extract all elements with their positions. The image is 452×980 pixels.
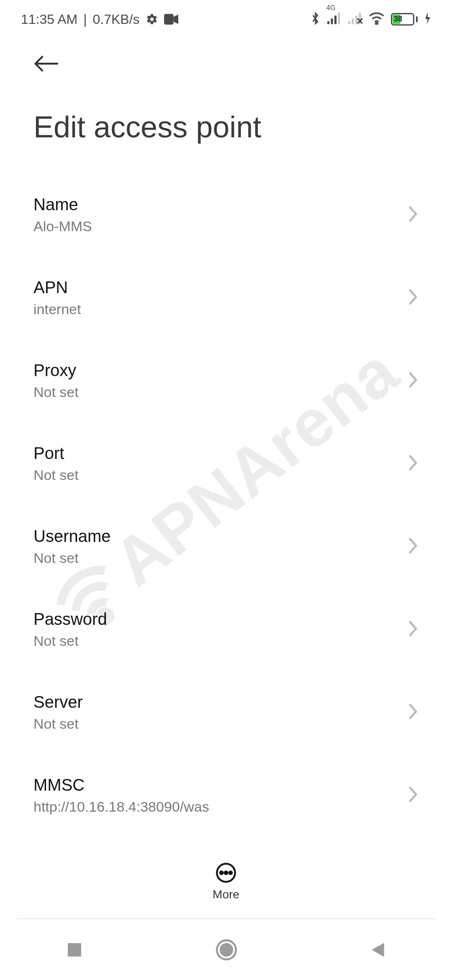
field-label: Name xyxy=(33,195,92,214)
field-row-server[interactable]: ServerNot set xyxy=(33,671,419,754)
field-row-name[interactable]: NameAlo-MMS xyxy=(33,173,419,256)
nav-recent-button[interactable] xyxy=(66,941,83,960)
header: Edit access point xyxy=(0,29,452,144)
more-button[interactable]: More xyxy=(0,850,452,913)
status-speed: 0.7KB/s xyxy=(93,12,140,27)
field-labels: APNinternet xyxy=(33,278,81,317)
status-time: 11:35 AM xyxy=(21,12,77,27)
page-title: Edit access point xyxy=(33,110,419,144)
field-label: APN xyxy=(33,278,81,297)
svg-point-14 xyxy=(220,872,223,874)
field-row-proxy[interactable]: ProxyNot set xyxy=(33,339,419,422)
svg-rect-1 xyxy=(327,21,329,24)
field-labels: UsernameNot set xyxy=(33,527,111,566)
field-labels: ServerNot set xyxy=(33,693,83,732)
svg-rect-6 xyxy=(352,18,354,24)
back-button[interactable] xyxy=(33,50,60,77)
svg-rect-5 xyxy=(348,21,350,24)
field-labels: NameAlo-MMS xyxy=(33,195,92,235)
field-value: internet xyxy=(33,301,81,317)
chevron-right-icon xyxy=(408,703,419,722)
battery-icon: 38 xyxy=(391,13,418,26)
more-label: More xyxy=(213,888,239,901)
field-label: MMSC xyxy=(33,776,209,794)
nav-home-button[interactable] xyxy=(216,939,237,962)
chevron-right-icon xyxy=(408,371,419,390)
settings-list: NameAlo-MMSAPNinternetProxyNot setPortNo… xyxy=(0,173,452,890)
field-label: Username xyxy=(33,527,111,546)
svg-point-16 xyxy=(229,872,232,874)
status-bar-right: 4G 38 xyxy=(311,11,431,27)
svg-rect-4 xyxy=(338,13,340,24)
field-labels: PasswordNot set xyxy=(33,610,107,649)
chevron-right-icon xyxy=(408,620,419,639)
field-labels: PortNot set xyxy=(33,444,79,483)
chevron-right-icon xyxy=(408,288,419,307)
field-row-mmsc[interactable]: MMSChttp://10.16.18.4:38090/was xyxy=(33,754,419,837)
status-bar-left: 11:35 AM | 0.7KB/s xyxy=(21,12,178,27)
field-row-username[interactable]: UsernameNot set xyxy=(33,505,419,588)
signal-2-icon xyxy=(348,13,362,26)
field-row-password[interactable]: PasswordNot set xyxy=(33,588,419,671)
field-value: Not set xyxy=(33,467,79,483)
status-bar: 11:35 AM | 0.7KB/s 4G 38 xyxy=(0,0,452,29)
field-row-port[interactable]: PortNot set xyxy=(33,422,419,505)
field-label: Password xyxy=(33,610,107,629)
charging-icon xyxy=(424,12,431,26)
field-labels: ProxyNot set xyxy=(33,361,79,400)
svg-point-15 xyxy=(225,872,228,874)
field-labels: MMSChttp://10.16.18.4:38090/was xyxy=(33,776,209,815)
chevron-right-icon xyxy=(408,454,419,473)
svg-rect-2 xyxy=(331,18,333,24)
chevron-right-icon xyxy=(408,205,419,224)
svg-point-11 xyxy=(376,23,378,25)
field-value: http://10.16.18.4:38090/was xyxy=(33,799,209,815)
divider xyxy=(17,918,435,919)
chevron-right-icon xyxy=(408,786,419,805)
field-value: Not set xyxy=(33,633,107,649)
gear-icon xyxy=(146,13,158,26)
svg-rect-17 xyxy=(68,943,81,957)
field-value: Not set xyxy=(33,716,83,732)
chevron-right-icon xyxy=(408,537,419,556)
svg-point-19 xyxy=(220,943,234,957)
field-label: Server xyxy=(33,693,83,712)
svg-rect-0 xyxy=(164,14,174,25)
field-label: Port xyxy=(33,444,79,463)
field-row-apn[interactable]: APNinternet xyxy=(33,256,419,339)
camera-icon xyxy=(164,14,178,25)
svg-rect-3 xyxy=(334,15,336,24)
field-value: Not set xyxy=(33,384,79,400)
bluetooth-icon xyxy=(311,11,321,27)
field-label: Proxy xyxy=(33,361,79,380)
more-icon xyxy=(215,862,237,884)
status-divider: | xyxy=(83,12,87,27)
signal-1-icon: 4G xyxy=(327,13,342,26)
system-nav-bar xyxy=(0,921,452,980)
field-value: Alo-MMS xyxy=(33,218,92,235)
nav-back-button[interactable] xyxy=(370,941,386,960)
wifi-icon xyxy=(369,12,384,26)
field-value: Not set xyxy=(33,550,111,566)
